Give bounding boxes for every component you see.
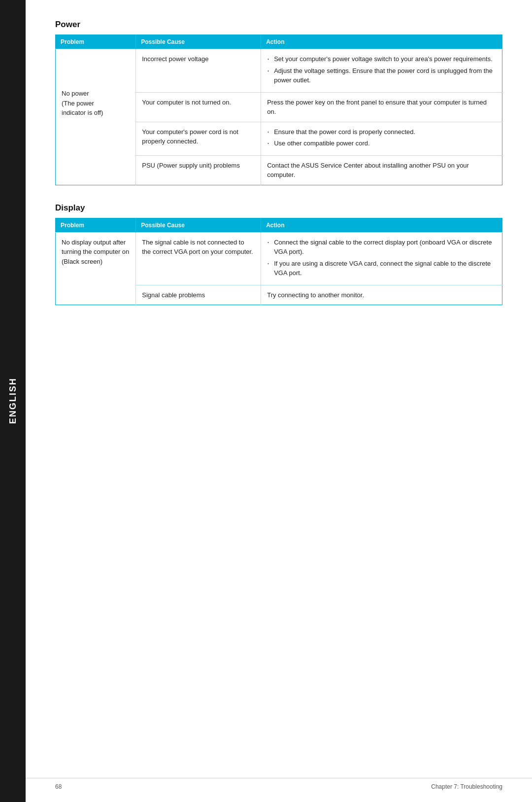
power-header-action: Action (261, 35, 502, 49)
display-header-action: Action (261, 218, 502, 232)
power-action-4: Contact the ASUS Service Center about in… (261, 155, 502, 185)
list-item: If you are using a discrete VGA card, co… (267, 259, 496, 278)
power-cause-1: Incorrect power voltage (136, 49, 261, 93)
sidebar-label: ENGLISH (8, 378, 18, 424)
power-section: Power Problem Possible Cause Action No p… (55, 20, 502, 185)
power-header-problem: Problem (56, 35, 136, 49)
display-cause-1: The signal cable is not connected to the… (136, 232, 261, 285)
display-header-problem: Problem (56, 218, 136, 232)
power-action-1: Set your computer's power voltage switch… (261, 49, 502, 93)
chapter-label: Chapter 7: Troubleshooting (431, 783, 502, 790)
display-header-cause: Possible Cause (136, 218, 261, 232)
power-table: Problem Possible Cause Action No power(T… (55, 35, 502, 185)
display-cause-2: Signal cable problems (136, 285, 261, 305)
display-section: Display Problem Possible Cause Action No… (55, 203, 502, 306)
display-action-1: Connect the signal cable to the correct … (261, 232, 502, 285)
power-cause-3: Your computer's power cord is not proper… (136, 122, 261, 155)
display-action-2: Try connecting to another monitor. (261, 285, 502, 305)
footer: 68 Chapter 7: Troubleshooting (26, 778, 532, 790)
power-cause-2: Your computer is not turned on. (136, 92, 261, 122)
display-table: Problem Possible Cause Action No display… (55, 218, 502, 306)
power-title: Power (55, 20, 502, 30)
list-item: Ensure that the power cord is properly c… (267, 127, 496, 137)
display-title: Display (55, 203, 502, 213)
sidebar: ENGLISH (0, 0, 26, 802)
power-header-cause: Possible Cause (136, 35, 261, 49)
list-item: Use other compatible power cord. (267, 139, 496, 148)
page-number: 68 (55, 783, 62, 790)
power-cause-4: PSU (Power supply unit) problems (136, 155, 261, 185)
display-problem-1: No display output after turning the comp… (56, 232, 136, 305)
main-content: Power Problem Possible Cause Action No p… (26, 0, 532, 352)
list-item: Set your computer's power voltage switch… (267, 54, 496, 64)
table-row: No display output after turning the comp… (56, 232, 502, 285)
power-action-3: Ensure that the power cord is properly c… (261, 122, 502, 155)
table-row: No power(The powerindicator is off) Inco… (56, 49, 502, 93)
list-item: Connect the signal cable to the correct … (267, 238, 496, 257)
power-problem-1: No power(The powerindicator is off) (56, 49, 136, 185)
power-action-2: Press the power key on the front panel t… (261, 92, 502, 122)
list-item: Adjust the voltage settings. Ensure that… (267, 66, 496, 85)
